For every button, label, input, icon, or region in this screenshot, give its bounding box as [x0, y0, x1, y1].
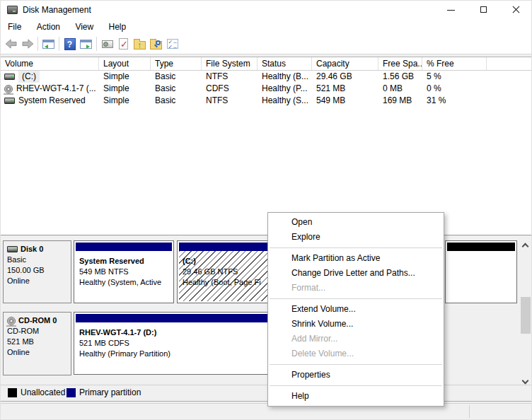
partition-size: 549 MB NTFS: [79, 267, 172, 277]
toolbar: [0, 34, 532, 54]
volume-name: (C:): [18, 71, 40, 83]
column-header-capacity[interactable]: Capacity: [312, 57, 378, 70]
disk-size: 521 MB: [7, 337, 67, 347]
disk-name: Disk 0: [21, 244, 43, 255]
window-title: Disk Management: [23, 0, 91, 20]
menu-item-extend-volume[interactable]: Extend Volume...: [268, 302, 444, 317]
check-disk-button[interactable]: [115, 35, 132, 52]
table-row[interactable]: RHEV-WGT-4.1-7 (... Simple Basic CDFS He…: [1, 83, 531, 95]
drive-icon: [4, 74, 15, 80]
show-console-tree-button[interactable]: [40, 35, 57, 52]
column-header-status[interactable]: Status: [258, 57, 312, 70]
cdrom0-info-box[interactable]: CD-ROM 0 CD-ROM 521 MB Online: [3, 312, 71, 375]
disk-kind: Basic: [7, 255, 67, 265]
menu-view[interactable]: View: [69, 20, 100, 34]
column-header-free-space[interactable]: Free Spa...: [378, 57, 422, 70]
minimize-button[interactable]: [434, 0, 467, 20]
toolbar-separator: [96, 37, 97, 51]
menu-help[interactable]: Help: [103, 20, 133, 34]
volume-list: Volume Layout Type File System Status Ca…: [1, 57, 531, 235]
cd-icon: [4, 85, 13, 93]
show-action-pane-button[interactable]: [78, 35, 94, 52]
partition-status: Healthy (System, Active: [79, 277, 172, 288]
capacity-value: 521 MB: [312, 83, 378, 95]
context-menu: Open Explore Mark Partition as Active Ch…: [267, 212, 444, 407]
disk-size: 150.00 GB: [7, 265, 67, 276]
layout-value: Simple: [99, 71, 151, 83]
type-value: Basic: [151, 71, 202, 83]
type-value: Basic: [151, 95, 202, 107]
column-header-type[interactable]: Type: [151, 57, 202, 70]
menu-item-delete-volume: Delete Volume...: [268, 346, 444, 361]
forward-icon: [21, 39, 34, 49]
task-list-button[interactable]: [164, 35, 180, 52]
free-space-value: 1.56 GB: [378, 71, 422, 83]
file-system-value: NTFS: [202, 71, 258, 83]
drive-icon: [4, 98, 15, 104]
menu-item-open[interactable]: Open: [268, 215, 444, 230]
column-header-file-system[interactable]: File System: [202, 57, 258, 70]
menu-item-mark-partition-active[interactable]: Mark Partition as Active: [268, 251, 444, 266]
file-system-value: CDFS: [202, 83, 258, 95]
free-space-value: 0 MB: [378, 83, 422, 95]
menu-item-explore[interactable]: Explore: [268, 230, 444, 245]
pct-free-value: 0 %: [422, 83, 487, 95]
menu-item-format: Format...: [268, 281, 444, 296]
menu-item-change-drive-letter[interactable]: Change Drive Letter and Paths...: [268, 266, 444, 281]
disk-management-app-icon: [7, 6, 18, 14]
legend-primary-label: Primary partition: [79, 385, 141, 402]
free-space-value: 169 MB: [378, 95, 422, 107]
legend-primary-swatch: [66, 388, 76, 397]
table-row[interactable]: (C:) Simple Basic NTFS Healthy (B... 29.…: [1, 71, 531, 83]
menu-separator: [270, 298, 442, 299]
disk-kind: CD-ROM: [7, 326, 67, 337]
menu-item-add-mirror: Add Mirror...: [268, 332, 444, 346]
disk0-info-box[interactable]: Disk 0 Basic 150.00 GB Online: [3, 240, 71, 303]
disk-name: CD-ROM 0: [18, 315, 57, 326]
primary-partition-bar: [76, 243, 172, 251]
back-icon: [5, 39, 18, 49]
status-bar-divider: [469, 405, 470, 418]
status-bar: [0, 403, 532, 420]
back-button[interactable]: [3, 35, 19, 52]
capacity-value: 549 MB: [312, 95, 378, 107]
column-header-layout[interactable]: Layout: [99, 57, 151, 70]
close-button[interactable]: [499, 0, 532, 20]
unallocated-bar: [447, 243, 515, 251]
display-tool-button[interactable]: [99, 35, 115, 52]
scroll-down-icon[interactable]: [520, 378, 526, 383]
scrollbar-thumb[interactable]: [521, 297, 531, 334]
folder-search-button[interactable]: [148, 35, 164, 52]
menu-action[interactable]: Action: [30, 20, 66, 34]
volume-name: System Reserved: [18, 95, 86, 107]
scroll-up-icon[interactable]: [520, 240, 526, 246]
legend-unallocated-label: Unallocated: [21, 385, 65, 402]
folder-up-button[interactable]: [132, 35, 148, 52]
maximize-button[interactable]: [467, 0, 499, 20]
menu-item-properties[interactable]: Properties: [268, 368, 444, 383]
forward-button[interactable]: [19, 35, 35, 52]
layout-value: Simple: [99, 83, 151, 95]
layout-value: Simple: [99, 95, 151, 107]
partition-system-reserved[interactable]: System Reserved 549 MB NTFS Healthy (Sys…: [74, 240, 174, 303]
column-header-volume[interactable]: Volume: [1, 57, 99, 70]
show-console-tree-icon: [42, 40, 54, 49]
partition-unallocated[interactable]: [445, 240, 517, 303]
legend-unallocated-swatch: [8, 388, 17, 397]
menu-item-help[interactable]: Help: [268, 389, 444, 404]
task-list-icon: [167, 39, 178, 49]
show-action-pane-icon: [80, 40, 92, 49]
title-bar: Disk Management: [0, 0, 532, 20]
help-button[interactable]: [62, 35, 78, 52]
disk-state: Online: [7, 276, 67, 286]
toolbar-separator: [37, 37, 38, 51]
maximize-icon: [480, 6, 487, 13]
pct-free-value: 31 %: [422, 95, 487, 107]
menu-item-shrink-volume[interactable]: Shrink Volume...: [268, 317, 444, 332]
status-value: Healthy (S...: [258, 95, 312, 107]
table-row[interactable]: System Reserved Simple Basic NTFS Health…: [1, 95, 531, 107]
menu-file[interactable]: File: [1, 20, 28, 34]
column-header-pct-free[interactable]: % Free: [422, 57, 487, 70]
toolbar-separator: [59, 37, 59, 51]
folder-up-icon: [134, 41, 146, 49]
